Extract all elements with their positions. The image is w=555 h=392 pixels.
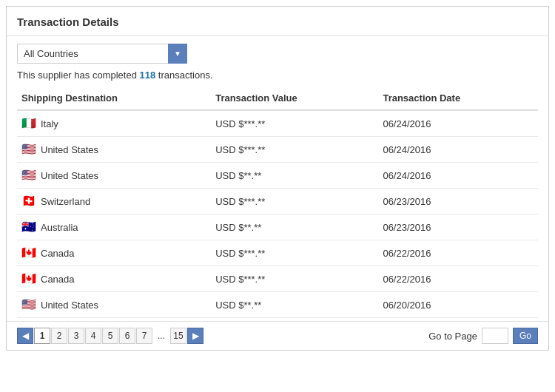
page-btn-15[interactable]: 15 — [170, 328, 186, 344]
filter-section: All Countries Italy United States Switze… — [7, 36, 548, 67]
pagination-ellipsis: ... — [153, 328, 169, 344]
table-row: 🇨🇦CanadaUSD $***.**06/22/2016 — [17, 240, 538, 266]
table-row: 🇺🇸United StatesUSD $**.**06/24/2016 — [17, 163, 538, 189]
cell-country: 🇺🇸United States — [17, 137, 211, 163]
cell-date: 06/24/2016 — [378, 163, 538, 189]
page-btn-7[interactable]: 7 — [136, 328, 152, 344]
flag-icon-ch: 🇨🇭 — [21, 195, 36, 207]
cell-value: USD $***.** — [211, 266, 378, 292]
transactions-table: Shipping Destination Transaction Value T… — [17, 87, 538, 318]
table-header-row: Shipping Destination Transaction Value T… — [17, 87, 538, 110]
country-name: United States — [41, 144, 98, 155]
cell-date: 06/24/2016 — [378, 137, 538, 163]
cell-date: 06/20/2016 — [378, 292, 538, 318]
page-btn-5[interactable]: 5 — [102, 328, 118, 344]
col-header-date: Transaction Date — [378, 87, 538, 110]
flag-icon-it: 🇮🇹 — [21, 118, 36, 129]
cell-date: 06/24/2016 — [378, 110, 538, 137]
country-name: United States — [41, 300, 98, 311]
cell-value: USD $**.** — [211, 292, 378, 318]
next-page-button[interactable]: ▶ — [187, 328, 204, 344]
pagination-controls: ◀ 1 2 3 4 5 6 7 ... 15 ▶ — [17, 328, 204, 344]
cell-country: 🇨🇦Canada — [17, 240, 211, 266]
cell-value: USD $***.** — [211, 137, 378, 163]
page-btn-2[interactable]: 2 — [51, 328, 67, 344]
cell-country: 🇦🇺Australia — [17, 214, 211, 240]
table-row: 🇦🇺AustraliaUSD $**.**06/23/2016 — [17, 214, 538, 240]
page-btn-3[interactable]: 3 — [68, 328, 84, 344]
cell-value: USD $**.** — [211, 163, 378, 189]
country-name: United States — [41, 170, 98, 181]
table-row: 🇺🇸United StatesUSD $***.**06/24/2016 — [17, 137, 538, 163]
cell-value: USD $**.** — [211, 214, 378, 240]
page-btn-4[interactable]: 4 — [85, 328, 101, 344]
country-filter-wrapper: All Countries Italy United States Switze… — [17, 44, 187, 64]
pagination-section: ◀ 1 2 3 4 5 6 7 ... 15 ▶ Go to Page Go — [7, 321, 548, 350]
table-row: 🇨🇭SwitzerlandUSD $***.**06/23/2016 — [17, 189, 538, 214]
page-btn-1[interactable]: 1 — [34, 328, 50, 344]
flag-icon-ca: 🇨🇦 — [21, 273, 36, 285]
page-btn-6[interactable]: 6 — [119, 328, 135, 344]
cell-date: 06/23/2016 — [378, 214, 538, 240]
page-title: Transaction Details — [7, 7, 548, 36]
transaction-count-link[interactable]: 118 — [139, 70, 155, 81]
cell-country: 🇺🇸United States — [17, 163, 211, 189]
cell-value: USD $***.** — [211, 240, 378, 266]
country-name: Canada — [41, 274, 75, 285]
cell-value: USD $***.** — [211, 189, 378, 214]
country-name: Australia — [41, 222, 78, 233]
flag-icon-us: 🇺🇸 — [21, 299, 36, 311]
goto-section: Go to Page Go — [428, 328, 538, 344]
cell-date: 06/22/2016 — [378, 266, 538, 292]
goto-button[interactable]: Go — [513, 328, 538, 344]
country-name: Italy — [41, 118, 58, 129]
prev-page-button[interactable]: ◀ — [17, 328, 33, 344]
flag-icon-au: 🇦🇺 — [21, 221, 36, 233]
count-text-after: transactions. — [155, 70, 212, 81]
flag-icon-ca: 🇨🇦 — [21, 247, 36, 259]
cell-country: 🇺🇸United States — [17, 292, 211, 318]
cell-country: 🇨🇭Switzerland — [17, 189, 211, 214]
transactions-table-section: Shipping Destination Transaction Value T… — [7, 87, 548, 318]
country-name: Canada — [41, 248, 75, 259]
flag-icon-us: 🇺🇸 — [21, 169, 36, 181]
cell-country: 🇮🇹Italy — [17, 110, 211, 137]
cell-country: 🇨🇦Canada — [17, 266, 211, 292]
table-row: 🇺🇸United StatesUSD $**.**06/20/2016 — [17, 292, 538, 318]
table-row: 🇮🇹ItalyUSD $***.**06/24/2016 — [17, 110, 538, 137]
cell-value: USD $***.** — [211, 110, 378, 137]
col-header-destination: Shipping Destination — [17, 87, 211, 110]
goto-input[interactable] — [482, 328, 508, 344]
count-text-before: This supplier has completed — [17, 70, 139, 81]
transaction-count: This supplier has completed 118 transact… — [7, 67, 548, 87]
cell-date: 06/23/2016 — [378, 189, 538, 214]
col-header-value: Transaction Value — [211, 87, 378, 110]
table-row: 🇨🇦CanadaUSD $***.**06/22/2016 — [17, 266, 538, 292]
goto-label: Go to Page — [428, 331, 477, 342]
country-filter-select[interactable]: All Countries Italy United States Switze… — [17, 44, 187, 64]
flag-icon-us: 🇺🇸 — [21, 143, 36, 155]
cell-date: 06/22/2016 — [378, 240, 538, 266]
country-name: Switzerland — [41, 196, 90, 207]
